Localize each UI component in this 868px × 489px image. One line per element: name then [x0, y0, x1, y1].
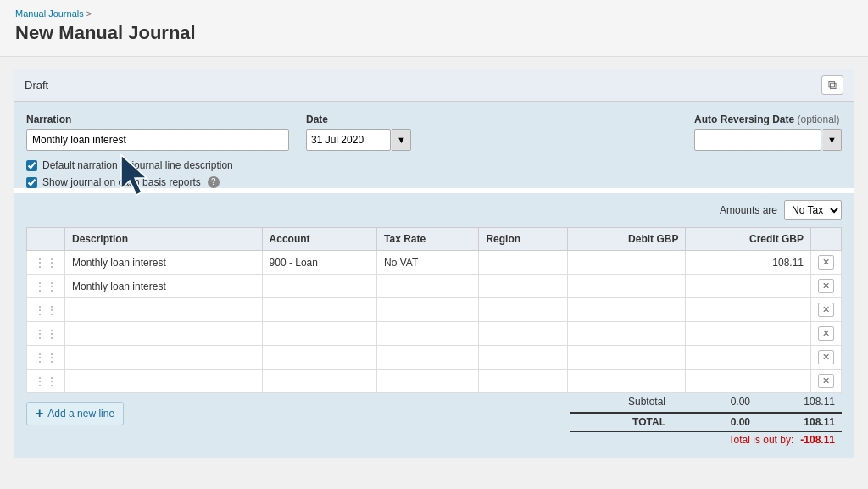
- narration-label: Narration: [26, 114, 289, 125]
- cell-account-2[interactable]: [262, 298, 376, 322]
- journal-table: Description Account Tax Rate Region Debi…: [26, 227, 842, 393]
- col-tax-rate: Tax Rate: [377, 228, 479, 251]
- cell-tax_rate-3[interactable]: [377, 322, 479, 346]
- delete-row-button-3[interactable]: ✕: [818, 326, 834, 341]
- narration-group: Narration: [26, 114, 289, 151]
- table-header: Description Account Tax Rate Region Debi…: [27, 228, 842, 251]
- table-row: ⋮⋮✕: [27, 346, 842, 370]
- delete-row-button-1[interactable]: ✕: [818, 279, 834, 293]
- cell-debit-5[interactable]: [568, 370, 686, 393]
- add-new-line-button[interactable]: + Add a new line: [26, 402, 124, 425]
- out-by-label: Total is out by:: [729, 434, 801, 446]
- delete-row-button-0[interactable]: ✕: [818, 255, 834, 270]
- cell-account-0[interactable]: 900 - Loan: [262, 251, 376, 275]
- delete-row-button-5[interactable]: ✕: [818, 374, 834, 388]
- cell-region-2[interactable]: [479, 298, 568, 322]
- date-label: Date: [306, 114, 411, 125]
- cell-description-0[interactable]: Monthly loan interest: [65, 251, 263, 275]
- cash-basis-help-icon[interactable]: ?: [208, 176, 220, 188]
- cell-tax_rate-5[interactable]: [377, 370, 479, 393]
- cell-credit-3[interactable]: [686, 322, 811, 346]
- cell-region-1[interactable]: [479, 275, 568, 298]
- table-row: ⋮⋮Monthly loan interest✕: [27, 275, 842, 298]
- subtotal-label: Subtotal: [570, 393, 672, 410]
- drag-handle[interactable]: ⋮⋮: [27, 370, 65, 393]
- cell-tax_rate-0[interactable]: No VAT: [377, 251, 479, 275]
- subtotal-debit: 0.00: [672, 393, 757, 410]
- cell-credit-4[interactable]: [686, 346, 811, 370]
- cash-basis-label: Show journal on cash basis reports: [42, 176, 201, 188]
- cell-region-4[interactable]: [479, 346, 568, 370]
- cell-description-1[interactable]: Monthly loan interest: [65, 275, 263, 298]
- cell-tax_rate-2[interactable]: [377, 298, 479, 322]
- out-by-value: -108.11: [800, 434, 842, 446]
- col-credit: Credit GBP: [686, 228, 811, 251]
- drag-handle[interactable]: ⋮⋮: [27, 346, 65, 370]
- cell-credit-0[interactable]: 108.11: [686, 251, 811, 275]
- page-title: New Manual Journal: [15, 22, 853, 44]
- drag-handle[interactable]: ⋮⋮: [27, 322, 65, 346]
- drag-handle[interactable]: ⋮⋮: [27, 298, 65, 322]
- cash-basis-checkbox[interactable]: [26, 177, 37, 188]
- auto-reversing-optional: (optional): [797, 114, 839, 125]
- delete-row-button-4[interactable]: ✕: [818, 350, 834, 364]
- auto-reversing-group: Auto Reversing Date (optional) ▼: [694, 114, 842, 151]
- delete-row-button-2[interactable]: ✕: [818, 303, 834, 317]
- cell-debit-0[interactable]: [568, 251, 686, 275]
- cell-description-5[interactable]: [65, 370, 263, 393]
- cell-account-1[interactable]: [262, 275, 376, 298]
- cell-tax_rate-4[interactable]: [377, 346, 479, 370]
- col-region: Region: [479, 228, 568, 251]
- cell-credit-2[interactable]: [686, 298, 811, 322]
- cell-credit-5[interactable]: [686, 370, 811, 393]
- cell-description-2[interactable]: [65, 298, 263, 322]
- cell-account-3[interactable]: [262, 322, 376, 346]
- drag-handle[interactable]: ⋮⋮: [27, 251, 65, 275]
- date-input[interactable]: [306, 129, 391, 151]
- out-by-row: Total is out by: -108.11: [570, 434, 842, 446]
- auto-reversing-dropdown-btn[interactable]: ▼: [823, 129, 842, 151]
- col-debit: Debit GBP: [568, 228, 686, 251]
- page-header: Manual Journals > New Manual Journal: [0, 0, 868, 57]
- cell-account-5[interactable]: [262, 370, 376, 393]
- delete-cell-3: ✕: [811, 322, 842, 346]
- total-debit: 0.00: [672, 414, 757, 431]
- table-header-row: Description Account Tax Rate Region Debi…: [27, 228, 842, 251]
- cell-debit-1[interactable]: [568, 275, 686, 298]
- cell-account-4[interactable]: [262, 346, 376, 370]
- cell-tax_rate-1[interactable]: [377, 275, 479, 298]
- delete-cell-1: ✕: [811, 275, 842, 298]
- cell-debit-4[interactable]: [568, 346, 686, 370]
- amounts-select[interactable]: No Tax: [784, 200, 842, 220]
- breadcrumb-parent-link[interactable]: Manual Journals: [15, 8, 84, 19]
- cell-region-0[interactable]: [479, 251, 568, 275]
- checkbox1-row: Default narration to journal line descri…: [26, 159, 842, 171]
- breadcrumb-separator: >: [86, 8, 92, 19]
- form-main-row: Narration Date ▼ Auto Reversing Date (op…: [26, 114, 842, 151]
- narration-input[interactable]: [26, 129, 289, 151]
- checkbox2-row: Show journal on cash basis reports ?: [26, 176, 842, 188]
- date-dropdown-btn[interactable]: ▼: [392, 129, 411, 151]
- copy-button[interactable]: ⧉: [821, 75, 843, 95]
- cell-region-5[interactable]: [479, 370, 568, 393]
- table-body: ⋮⋮Monthly loan interest900 - LoanNo VAT1…: [27, 251, 842, 393]
- auto-reversing-input[interactable]: [694, 129, 821, 151]
- total-row: TOTAL 0.00 108.11: [570, 412, 842, 432]
- cell-region-3[interactable]: [479, 322, 568, 346]
- cell-debit-3[interactable]: [568, 322, 686, 346]
- table-row: ⋮⋮✕: [27, 322, 842, 346]
- subtotal-credit: 108.11: [757, 393, 842, 410]
- bottom-section: + Add a new line Subtotal 0.00 108.11 TO…: [26, 393, 842, 446]
- cell-description-4[interactable]: [65, 346, 263, 370]
- add-line-plus-icon: +: [36, 407, 43, 420]
- cell-description-3[interactable]: [65, 322, 263, 346]
- main-content: Draft ⧉ Narration Date ▼ Auto: [0, 57, 868, 470]
- default-narration-checkbox[interactable]: [26, 160, 37, 171]
- cell-credit-1[interactable]: [686, 275, 811, 298]
- drag-handle[interactable]: ⋮⋮: [27, 275, 65, 298]
- form-panel: Draft ⧉ Narration Date ▼ Auto: [14, 69, 854, 458]
- cell-debit-2[interactable]: [568, 298, 686, 322]
- table-section: Amounts are No Tax Description Account T…: [14, 193, 854, 458]
- table-row: ⋮⋮✕: [27, 298, 842, 322]
- add-line-label: Add a new line: [47, 408, 114, 420]
